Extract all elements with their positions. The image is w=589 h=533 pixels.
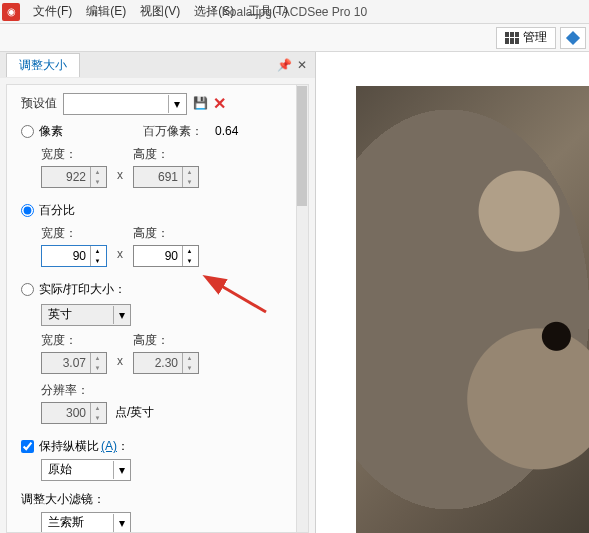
aspect-label: 保持纵横比 [39, 438, 99, 455]
print-height-label: 高度： [133, 332, 199, 349]
chevron-down-icon[interactable]: ▾ [113, 461, 129, 479]
preview-area [316, 52, 589, 533]
radio-percent[interactable] [21, 204, 34, 217]
px-height-label: 高度： [133, 146, 199, 163]
manage-label: 管理 [523, 29, 547, 46]
mode-button[interactable] [560, 27, 586, 49]
aspect-link[interactable]: (A) [101, 439, 117, 453]
radio-print-label: 实际/打印大小： [39, 281, 126, 298]
delete-icon[interactable]: ✕ [213, 94, 226, 113]
multiply-icon: x [113, 247, 127, 261]
radio-pixel[interactable] [21, 125, 34, 138]
px-width-label: 宽度： [41, 146, 107, 163]
manage-button[interactable]: 管理 [496, 27, 556, 49]
scroll-thumb[interactable] [297, 86, 307, 206]
multiply-icon: x [113, 354, 127, 368]
pin-icon[interactable]: 📌 [277, 58, 291, 72]
print-height-input[interactable]: ▲▼ [133, 352, 199, 374]
filter-label: 调整大小滤镜： [21, 492, 105, 506]
res-input[interactable]: ▲▼ [41, 402, 107, 424]
close-icon[interactable]: ✕ [295, 58, 309, 72]
chevron-down-icon[interactable]: ▾ [113, 306, 129, 324]
diamond-icon [565, 30, 581, 46]
menu-view[interactable]: 视图(V) [133, 3, 187, 20]
image-preview [356, 86, 589, 533]
preset-select[interactable]: ▾ [63, 93, 187, 115]
preset-label: 预设值 [21, 95, 57, 112]
radio-print[interactable] [21, 283, 34, 296]
dpi-label: 点/英寸 [115, 404, 154, 421]
chevron-down-icon[interactable]: ▾ [113, 514, 129, 532]
unit-value: 英寸 [48, 306, 72, 323]
chevron-down-icon[interactable]: ▾ [168, 95, 184, 113]
mpx-value: 0.64 [215, 124, 238, 138]
title-bar: Koala.jpg - ACDSee Pro 10 [222, 0, 367, 24]
pct-height-label: 高度： [133, 225, 199, 242]
grid-icon [505, 32, 519, 44]
scrollbar[interactable] [296, 85, 308, 532]
px-height-input[interactable]: ▲▼ [133, 166, 199, 188]
spinner[interactable]: ▲▼ [182, 246, 196, 266]
mpx-label: 百万像素： [143, 123, 203, 140]
app-icon: ◉ [2, 3, 20, 21]
aspect-checkbox[interactable] [21, 440, 34, 453]
radio-pixel-label: 像素 [39, 123, 63, 140]
pct-height-input[interactable]: ▲▼ [133, 245, 199, 267]
pct-width-label: 宽度： [41, 225, 107, 242]
res-label: 分辨率： [41, 383, 89, 397]
pct-width-input[interactable]: ▲▼ [41, 245, 107, 267]
save-icon[interactable]: 💾 [193, 96, 209, 112]
aspect-select[interactable]: 原始 ▾ [41, 459, 131, 481]
print-width-label: 宽度： [41, 332, 107, 349]
unit-select[interactable]: 英寸 ▾ [41, 304, 131, 326]
aspect-select-value: 原始 [48, 461, 72, 478]
print-width-input[interactable]: ▲▼ [41, 352, 107, 374]
px-width-input[interactable]: ▲▼ [41, 166, 107, 188]
multiply-icon: x [113, 168, 127, 182]
spinner[interactable]: ▲▼ [90, 246, 104, 266]
menu-edit[interactable]: 编辑(E) [79, 3, 133, 20]
radio-percent-label: 百分比 [39, 202, 75, 219]
filter-value: 兰索斯 [48, 514, 84, 531]
filter-select[interactable]: 兰索斯 ▾ [41, 512, 131, 533]
tab-resize[interactable]: 调整大小 [6, 53, 80, 77]
menu-file[interactable]: 文件(F) [26, 3, 79, 20]
